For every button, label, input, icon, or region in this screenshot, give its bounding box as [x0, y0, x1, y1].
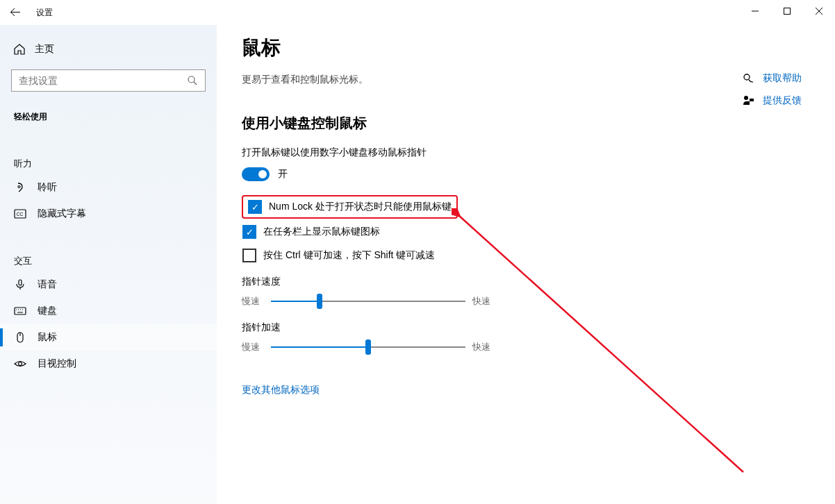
slider-accel[interactable]: [271, 339, 465, 355]
sidebar-item-label: 鼠标: [38, 331, 57, 344]
ear-icon: [14, 181, 26, 194]
eye-icon: [14, 358, 26, 370]
svg-rect-1: [784, 8, 791, 15]
sidebar-item-captions[interactable]: CC 隐藏式字幕: [0, 201, 217, 227]
svg-rect-22: [750, 99, 754, 101]
search-icon: [187, 75, 198, 86]
svg-rect-9: [19, 280, 22, 285]
link-more-mouse-options[interactable]: 更改其他鼠标选项: [242, 384, 320, 396]
checkbox-numlock-label: Num Lock 处于打开状态时只能使用鼠标键: [269, 201, 452, 213]
svg-line-5: [194, 82, 197, 85]
keyboard-icon: [14, 305, 26, 317]
slider-accel-label: 指针加速: [242, 321, 818, 334]
toggle-description: 打开鼠标键以使用数字小键盘移动鼠标指针: [242, 146, 818, 159]
sidebar-item-label: 目视控制: [38, 358, 76, 370]
sidebar-item-label: 聆听: [38, 181, 57, 194]
sidebar-item-speech[interactable]: 语音: [0, 271, 217, 298]
home-icon: [14, 44, 25, 55]
slider-speed-label: 指针速度: [242, 276, 818, 288]
sidebar-item-mouse[interactable]: 鼠标: [0, 324, 217, 351]
svg-text:CC: CC: [17, 212, 24, 217]
sidebar-item-eye[interactable]: 目视控制: [0, 351, 217, 377]
back-button[interactable]: 🡠: [10, 6, 21, 19]
minimize-button[interactable]: [739, 0, 771, 22]
sidebar-category-label: 轻松使用: [0, 104, 217, 130]
highlight-annotation: Num Lock 处于打开状态时只能使用鼠标键: [242, 195, 458, 219]
titlebar: 🡠 设置: [0, 0, 835, 25]
slider-speed[interactable]: [271, 294, 465, 309]
link-feedback[interactable]: 提供反馈: [742, 94, 802, 107]
checkbox-ctrl-shift[interactable]: 按住 Ctrl 键可加速，按下 Shift 键可减速: [242, 248, 818, 263]
sidebar: 主页 轻松使用 听力 聆听 CC 隐藏式字幕 交互 语音 键盘 鼠标 目视控制: [0, 25, 217, 504]
svg-rect-11: [15, 308, 26, 314]
sidebar-item-label: 隐藏式字幕: [38, 208, 86, 220]
mouse-icon: [14, 331, 26, 344]
search-input[interactable]: [19, 75, 187, 86]
slider-accel-min: 慢速: [242, 341, 264, 353]
slider-accel-max: 快速: [472, 341, 495, 353]
slider-speed-min: 慢速: [242, 295, 264, 308]
checkbox-ctrl-label: 按住 Ctrl 键可加速，按下 Shift 键可减速: [263, 249, 435, 262]
page-subtitle: 更易于查看和控制鼠标光标。: [242, 74, 818, 86]
feedback-icon: [742, 94, 754, 107]
checkbox-numlock[interactable]: Num Lock 处于打开状态时只能使用鼠标键: [247, 199, 452, 215]
slider-speed-max: 快速: [472, 295, 495, 308]
sidebar-item-hearing[interactable]: 聆听: [0, 174, 217, 201]
checkbox-taskbar-label: 在任务栏上显示鼠标键图标: [263, 226, 380, 238]
page-title: 鼠标: [242, 35, 818, 61]
maximize-button[interactable]: [771, 0, 803, 22]
checkbox-taskbar[interactable]: 在任务栏上显示鼠标键图标: [242, 224, 818, 240]
sidebar-item-label: 键盘: [38, 305, 57, 317]
window-title: 设置: [36, 7, 53, 19]
sidebar-home[interactable]: 主页: [0, 37, 217, 61]
checkbox-icon: [248, 200, 262, 214]
checkbox-icon: [242, 225, 256, 239]
svg-point-19: [19, 362, 22, 366]
right-panel: 获取帮助 提供反馈: [742, 72, 802, 107]
checkbox-icon: [242, 249, 256, 262]
section-hearing-label: 听力: [0, 153, 217, 174]
help-icon: [742, 72, 754, 85]
close-button[interactable]: [803, 0, 835, 22]
svg-point-21: [744, 96, 748, 100]
section-interaction-label: 交互: [0, 251, 217, 271]
svg-point-4: [188, 76, 195, 83]
link-feedback-label: 提供反馈: [763, 94, 802, 107]
sidebar-item-keyboard[interactable]: 键盘: [0, 298, 217, 324]
search-box[interactable]: [11, 69, 206, 92]
mouse-keys-toggle[interactable]: [242, 167, 270, 181]
link-get-help[interactable]: 获取帮助: [742, 72, 802, 85]
link-get-help-label: 获取帮助: [763, 72, 802, 85]
svg-point-20: [744, 74, 750, 80]
section-title: 使用小键盘控制鼠标: [242, 114, 818, 133]
sidebar-home-label: 主页: [35, 43, 54, 56]
toggle-state-label: 开: [278, 168, 288, 180]
svg-point-6: [18, 186, 20, 188]
microphone-icon: [14, 278, 26, 291]
sidebar-item-label: 语音: [38, 278, 57, 291]
captions-icon: CC: [14, 208, 26, 220]
